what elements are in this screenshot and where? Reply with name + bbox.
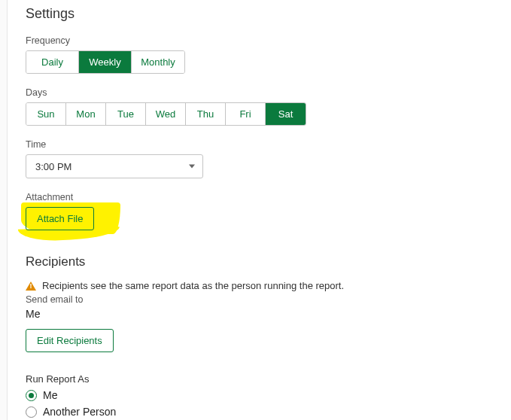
run-as-option-another-person[interactable]: Another Person bbox=[26, 406, 500, 418]
frequency-label: Frequency bbox=[26, 35, 500, 46]
run-as-option-label: Another Person bbox=[43, 406, 116, 418]
day-option-fri[interactable]: Fri bbox=[226, 103, 266, 125]
settings-title: Settings bbox=[26, 6, 500, 22]
frequency-group: Daily Weekly Monthly bbox=[26, 50, 185, 74]
day-option-sun[interactable]: Sun bbox=[26, 103, 66, 125]
recipients-warning-row: Recipients see the same report data as t… bbox=[26, 280, 500, 291]
time-label: Time bbox=[26, 139, 500, 150]
radio-icon bbox=[26, 390, 37, 401]
recipients-warning-text: Recipients see the same report data as t… bbox=[42, 280, 344, 291]
time-dropdown[interactable]: 3:00 PM bbox=[26, 154, 203, 178]
run-report-as-label: Run Report As bbox=[26, 373, 500, 385]
frequency-option-monthly[interactable]: Monthly bbox=[132, 51, 184, 73]
run-as-option-me[interactable]: Me bbox=[26, 389, 500, 401]
left-gutter bbox=[0, 0, 8, 420]
attachment-label: Attachment bbox=[26, 192, 500, 202]
day-option-mon[interactable]: Mon bbox=[66, 103, 106, 125]
send-email-to-value: Me bbox=[26, 308, 500, 320]
frequency-option-daily[interactable]: Daily bbox=[26, 51, 79, 73]
recipients-title: Recipients bbox=[26, 254, 500, 269]
day-option-sat[interactable]: Sat bbox=[266, 103, 306, 125]
chevron-down-icon bbox=[189, 165, 195, 169]
days-label: Days bbox=[26, 87, 500, 98]
send-email-to-label: Send email to bbox=[26, 294, 500, 305]
radio-icon bbox=[26, 406, 37, 418]
days-group: Sun Mon Tue Wed Thu Fri Sat bbox=[26, 102, 306, 126]
frequency-option-weekly[interactable]: Weekly bbox=[79, 51, 132, 73]
attach-file-button[interactable]: Attach File bbox=[26, 207, 94, 230]
run-as-option-label: Me bbox=[43, 389, 57, 401]
day-option-thu[interactable]: Thu bbox=[186, 103, 226, 125]
day-option-wed[interactable]: Wed bbox=[146, 103, 186, 125]
day-option-tue[interactable]: Tue bbox=[106, 103, 146, 125]
time-value: 3:00 PM bbox=[35, 161, 71, 172]
edit-recipients-button[interactable]: Edit Recipients bbox=[26, 329, 114, 352]
warning-icon bbox=[26, 282, 36, 291]
